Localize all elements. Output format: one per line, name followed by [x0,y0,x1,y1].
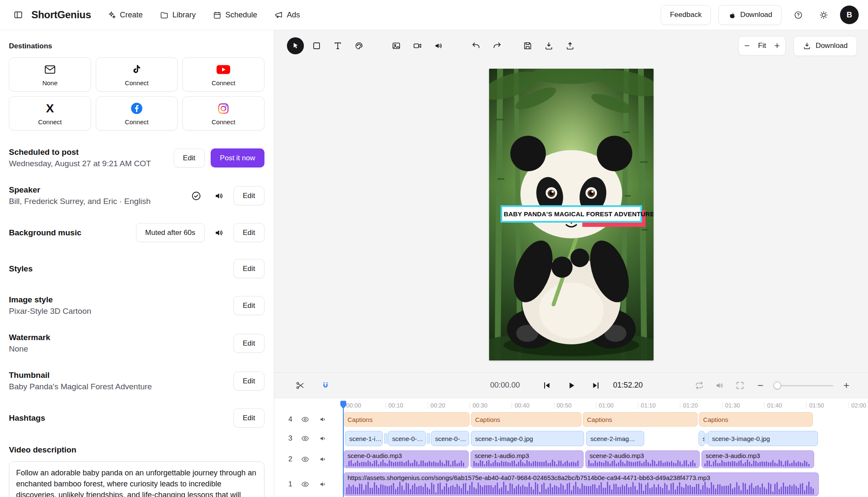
save-button[interactable] [519,37,536,54]
zoom-fit-label[interactable]: Fit [756,42,769,50]
track-mute-button[interactable] [317,478,329,491]
video-description-input[interactable]: Follow an adorable baby panda on an unfo… [9,461,264,497]
brand-logo[interactable]: ShortGenius [31,9,91,21]
track-visibility-button[interactable] [299,478,312,491]
feedback-button[interactable]: Feedback [661,5,711,25]
audio-clip[interactable]: scene-0-audio.mp3 [343,450,469,468]
clip-label: Captions [471,416,581,423]
youtube-icon [216,63,231,76]
image-clip[interactable]: scene-3-image-0.jpg [708,431,818,446]
image-clip[interactable]: scene-1-i… [345,431,383,446]
transition-pill[interactable] [384,433,387,444]
image-clip[interactable]: scene-0-… [388,431,426,446]
sparkles-icon [107,11,116,20]
zoom-in-button[interactable]: + [768,36,785,55]
captions-clip[interactable]: Captions [699,412,813,427]
music-clip[interactable]: https://assets.shortgenius.com/songs/6ab… [343,472,819,496]
track-lane[interactable]: CaptionsCaptionsCaptionsCaptions [343,412,868,427]
track-visibility-button[interactable] [299,453,312,466]
music-preview-button[interactable] [211,224,228,241]
help-button[interactable] [789,6,807,24]
sidebar-toggle-button[interactable] [9,6,27,24]
track-lane[interactable]: scene-1-i…scene-0-…scene-0-…scene-1-imag… [343,430,868,447]
video-preview[interactable]: BABY PANDA'S MAGICAL FOREST ADVENTURE [489,69,654,360]
edit-hashtags-button[interactable]: Edit [234,408,264,427]
clip-label: Captions [699,416,812,423]
zoom-out-button[interactable]: − [739,36,756,55]
track-lane[interactable]: scene-0-audio.mp3scene-1-audio.mp3scene-… [343,450,868,469]
destination-facebook[interactable]: Connect [96,96,178,131]
track-mute-button[interactable] [317,453,329,466]
image-clip[interactable]: scene-2-imag… [586,431,644,446]
select-tool-button[interactable] [287,37,304,54]
destination-email[interactable]: None [9,57,91,92]
caption-overlay[interactable]: BABY PANDA'S MAGICAL FOREST ADVENTURE [501,205,642,223]
image-clip[interactable]: s [698,431,705,446]
edit-speaker-button[interactable]: Edit [234,186,264,205]
skip-back-button[interactable] [540,378,554,393]
post-it-now-button[interactable]: Post it now [211,148,264,168]
shape-tool-button[interactable] [308,37,325,54]
timeline-zoom-slider[interactable] [773,381,833,390]
theme-toggle-button[interactable] [815,6,832,24]
track-mute-button[interactable] [317,432,329,445]
image-clip[interactable]: scene-1-image-0.jpg [471,431,584,446]
edit-thumbnail-button[interactable]: Edit [234,371,264,391]
destination-label: Connect [125,118,149,126]
share-button[interactable] [562,37,579,54]
audio-clip[interactable]: scene-3-audio.mp3 [701,450,814,468]
download-project-button[interactable] [540,37,557,54]
image-clip[interactable]: scene-0-… [431,431,469,446]
timeline-ruler[interactable]: 00:0000:1000:2000:3000:4000:5001:0001:10… [343,401,868,412]
audio-clip[interactable]: scene-1-audio.mp3 [470,450,584,468]
captions-clip[interactable]: Captions [343,412,470,427]
slider-knob[interactable] [773,382,781,389]
captions-clip[interactable]: Captions [583,412,698,427]
timeline-zoom-out-button[interactable]: − [753,378,768,393]
nav-ads[interactable]: Ads [274,11,300,20]
timeline-zoom-in-button[interactable]: + [839,378,854,393]
download-app-button[interactable]: Download [718,5,782,25]
captions-clip[interactable]: Captions [471,412,581,427]
edit-styles-button[interactable]: Edit [234,259,264,278]
edit-schedule-button[interactable]: Edit [174,148,205,168]
skip-forward-button[interactable] [589,378,603,393]
nav-schedule[interactable]: Schedule [213,11,257,20]
add-audio-button[interactable] [430,37,447,54]
track-mute-button[interactable] [317,413,329,426]
speaker-verified-button[interactable] [188,187,205,204]
main-nav: Create Library Schedule Ads [107,11,300,20]
track-visibility-button[interactable] [299,432,312,445]
play-button[interactable] [564,378,579,393]
avatar[interactable]: B [840,6,859,24]
loop-button[interactable] [692,378,707,393]
transition-pill[interactable] [705,433,709,444]
track-lane[interactable]: https://assets.shortgenius.com/songs/6ab… [343,472,868,497]
speaker-preview-button[interactable] [211,187,228,204]
undo-button[interactable] [467,37,484,54]
add-image-button[interactable] [388,37,405,54]
text-tool-button[interactable] [329,37,346,54]
redo-button[interactable] [489,37,506,54]
destination-tiktok[interactable]: Connect [96,57,178,92]
edit-watermark-button[interactable]: Edit [234,334,264,353]
audio-clip[interactable]: scene-2-audio.mp3 [585,450,700,468]
music-muted-button[interactable]: Muted after 60s [136,223,205,242]
edit-image-style-button[interactable]: Edit [234,296,264,315]
destination-instagram[interactable]: Connect [182,96,264,131]
snap-toggle-button[interactable] [318,378,333,393]
fullscreen-button[interactable] [733,378,747,393]
transition-pill[interactable] [427,433,430,444]
nav-library[interactable]: Library [160,11,196,20]
edit-music-button[interactable]: Edit [234,223,264,242]
destination-youtube[interactable]: Connect [182,57,264,92]
destination-x[interactable]: X Connect [9,96,91,131]
style-tool-button[interactable] [351,37,367,54]
split-tool-button[interactable] [293,378,307,393]
download-video-button[interactable]: Download [793,36,857,56]
track-visibility-button[interactable] [299,413,312,426]
nav-create[interactable]: Create [107,11,143,20]
mute-button[interactable] [712,378,727,393]
playhead[interactable] [343,402,344,497]
add-video-button[interactable] [409,37,426,54]
